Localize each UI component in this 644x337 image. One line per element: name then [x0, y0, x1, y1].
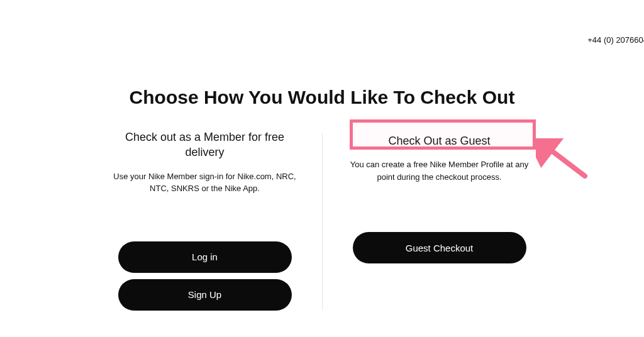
member-buttons: Log in Sign Up — [98, 241, 312, 311]
column-divider — [322, 133, 323, 311]
member-heading: Check out as a Member for free delivery — [98, 130, 312, 160]
page-title: Choose How You Would Like To Check Out — [0, 87, 644, 108]
member-subtext: Use your Nike Member sign-in for Nike.co… — [98, 170, 312, 195]
guest-subtext: You can create a free Nike Member Profil… — [333, 158, 547, 183]
guest-heading: Check Out as Guest — [382, 133, 496, 148]
header-phone: +44 (0) 2076604 — [587, 35, 644, 45]
checkout-options: Check out as a Member for free delivery … — [0, 130, 644, 311]
signup-button[interactable]: Sign Up — [118, 279, 292, 311]
guest-column: Check Out as Guest You can create a free… — [333, 130, 547, 311]
login-button[interactable]: Log in — [118, 241, 292, 273]
guest-checkout-button[interactable]: Guest Checkout — [353, 232, 526, 263]
member-column: Check out as a Member for free delivery … — [98, 130, 312, 311]
guest-buttons: Guest Checkout — [333, 232, 547, 263]
